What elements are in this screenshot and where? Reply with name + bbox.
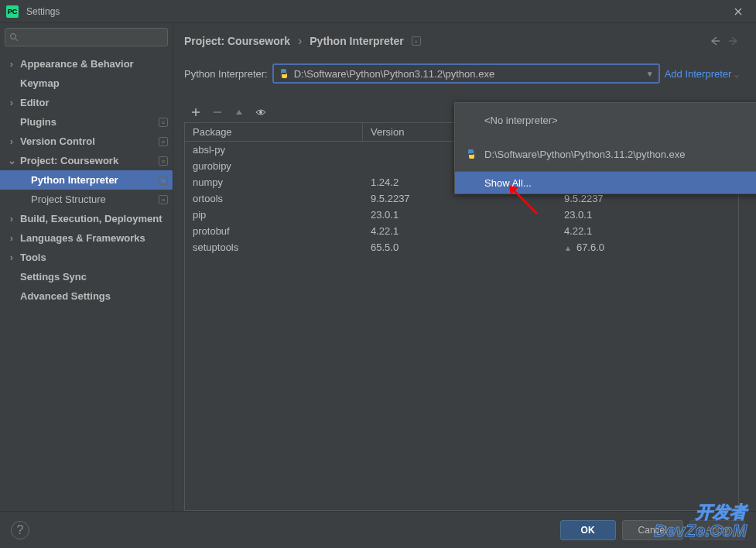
remove-package-button[interactable]	[210, 105, 224, 119]
breadcrumb: Project: Coursework › Python Interpreter…	[184, 34, 739, 48]
breadcrumb-item[interactable]: Project: Coursework	[184, 35, 290, 47]
chevron-down-icon: ▼	[646, 70, 654, 78]
tree-item-label: Languages & Frameworks	[20, 232, 145, 244]
cell-version: 65.5.0	[363, 241, 556, 253]
col-header-package[interactable]: Package	[185, 123, 363, 141]
tree-item-appearance-behavior[interactable]: ›Appearance & Behavior	[0, 54, 173, 74]
project-scope-badge: ▫	[159, 156, 168, 166]
tree-item-label: Keymap	[20, 77, 60, 89]
table-body: absl-pygurobipynumpy1.24.21.24.2ortools9…	[185, 142, 738, 510]
project-scope-badge: ▫	[412, 36, 421, 46]
dropdown-no-interpreter[interactable]: <No interpreter>	[455, 103, 756, 137]
python-icon	[466, 149, 477, 159]
app-icon: PC	[6, 5, 19, 18]
interpreter-path: D:\Software\Python\Python3.11.2\python.e…	[294, 68, 641, 80]
tree-item-label: Build, Execution, Deployment	[20, 213, 162, 224]
project-scope-badge: ▫	[159, 137, 168, 146]
tree-item-label: Appearance & Behavior	[20, 58, 134, 70]
settings-sidebar: ›Appearance & BehaviorKeymap›EditorPlugi…	[0, 23, 173, 511]
tree-item-label: Project: Coursework	[20, 155, 118, 166]
chevron-icon: ›	[6, 136, 17, 147]
content-area: Project: Coursework › Python Interpreter…	[173, 23, 756, 511]
interpreter-label: Python Interpreter:	[184, 68, 268, 80]
arrow-right-icon	[728, 36, 739, 46]
window-title: Settings	[26, 6, 60, 17]
upgrade-icon: ▲	[564, 244, 572, 252]
close-button[interactable]	[727, 0, 750, 23]
add-package-button[interactable]	[189, 105, 203, 119]
cancel-button[interactable]: Cancel	[622, 520, 683, 540]
tree-item-label: Project Structure	[31, 194, 106, 205]
interpreter-select[interactable]: D:\Software\Python\Python3.11.2\python.e…	[272, 63, 660, 84]
table-row[interactable]: protobuf4.22.14.22.1	[185, 223, 738, 239]
cell-package-name: gurobipy	[185, 160, 363, 172]
tree-item-label: Advanced Settings	[20, 290, 111, 302]
show-early-button[interactable]	[254, 105, 268, 119]
upgrade-package-button[interactable]	[232, 105, 246, 119]
tree-item-tools[interactable]: ›Tools	[0, 248, 173, 267]
triangle-up-icon	[234, 108, 244, 117]
cell-package-name: protobuf	[185, 225, 363, 237]
cell-package-name: setuptools	[185, 241, 363, 253]
tree-item-label: Plugins	[20, 116, 56, 128]
cell-version: 23.0.1	[363, 209, 556, 221]
titlebar: PC Settings	[0, 0, 756, 23]
cell-latest: 9.5.2237	[556, 193, 738, 204]
tree-item-languages-frameworks[interactable]: ›Languages & Frameworks	[0, 228, 173, 248]
close-icon	[734, 8, 742, 15]
breadcrumb-separator: ›	[298, 34, 302, 48]
cell-version: 9.5.2237	[363, 193, 556, 204]
plus-icon	[191, 108, 200, 117]
breadcrumb-item: Python Interpreter	[310, 35, 403, 47]
cell-package-name: pip	[185, 209, 363, 221]
settings-tree: ›Appearance & BehaviorKeymap›EditorPlugi…	[0, 51, 173, 511]
project-scope-badge: ▫	[159, 176, 168, 185]
back-button[interactable]	[710, 36, 720, 46]
interpreter-row: Python Interpreter: D:\Software\Python\P…	[184, 63, 739, 84]
apply-button[interactable]: Apply	[689, 520, 745, 540]
cell-latest: 4.22.1	[556, 225, 738, 237]
tree-item-label: Python Interpreter	[31, 174, 118, 186]
chevron-icon: ›	[6, 252, 17, 263]
arrow-left-icon	[710, 36, 720, 46]
chevron-icon: ›	[6, 214, 17, 224]
tree-item-python-interpreter[interactable]: Python Interpreter▫	[0, 170, 173, 190]
svg-point-1	[259, 111, 262, 114]
dialog-footer: ? OK Cancel Apply	[0, 511, 756, 548]
search-box	[5, 28, 168, 46]
cell-latest: ▲67.6.0	[556, 241, 738, 253]
chevron-icon: ›	[6, 233, 17, 244]
tree-item-build-execution-deployment[interactable]: ›Build, Execution, Deployment	[0, 209, 173, 228]
cell-package-name: ortools	[185, 193, 363, 204]
ok-button[interactable]: OK	[560, 520, 616, 540]
dropdown-current-interpreter[interactable]: D:\Software\Python\Python3.11.2\python.e…	[455, 137, 756, 171]
tree-item-settings-sync[interactable]: Settings Sync	[0, 267, 173, 286]
cell-latest: 23.0.1	[556, 209, 738, 221]
cell-package-name: absl-py	[185, 144, 363, 156]
tree-item-version-control[interactable]: ›Version Control▫	[0, 132, 173, 151]
python-icon	[279, 68, 289, 79]
minus-icon	[213, 108, 222, 117]
dropdown-show-all[interactable]: Show All...	[455, 172, 756, 194]
tree-item-label: Settings Sync	[20, 271, 87, 283]
search-icon	[9, 33, 19, 42]
chevron-icon: ›	[6, 98, 17, 108]
forward-button[interactable]	[728, 36, 739, 46]
tree-item-editor[interactable]: ›Editor	[0, 93, 173, 112]
help-button[interactable]: ?	[11, 521, 29, 539]
tree-item-project-structure[interactable]: Project Structure▫	[0, 190, 173, 209]
tree-item-label: Editor	[20, 97, 50, 108]
tree-item-advanced-settings[interactable]: Advanced Settings	[0, 286, 173, 306]
project-scope-badge: ▫	[159, 195, 168, 204]
tree-item-keymap[interactable]: Keymap	[0, 74, 173, 93]
table-row[interactable]: pip23.0.123.0.1	[185, 207, 738, 223]
search-input[interactable]	[5, 28, 168, 46]
cell-package-name: numpy	[185, 176, 363, 188]
tree-item-project-coursework[interactable]: ⌄Project: Coursework▫	[0, 151, 173, 170]
chevron-icon: ›	[6, 59, 17, 70]
tree-item-plugins[interactable]: Plugins▫	[0, 112, 173, 132]
chevron-icon: ⌄	[6, 156, 17, 166]
add-interpreter-link[interactable]: Add Interpreter ⌵	[665, 68, 739, 80]
eye-icon	[255, 107, 266, 118]
table-row[interactable]: setuptools65.5.0▲67.6.0	[185, 239, 738, 255]
